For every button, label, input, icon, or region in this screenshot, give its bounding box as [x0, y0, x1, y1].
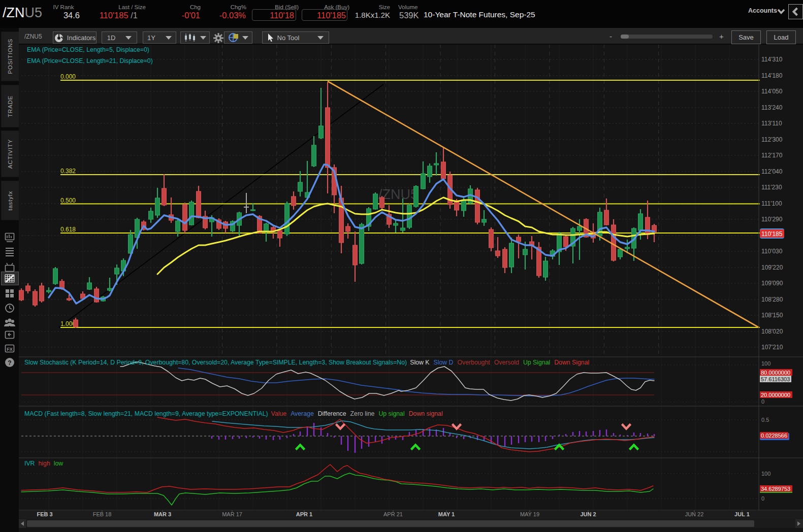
svg-text:34.6289753: 34.6289753	[761, 486, 790, 492]
svg-text:80.0000000: 80.0000000	[761, 370, 790, 376]
svg-text:IVRhighlow: IVRhighlow	[24, 460, 63, 467]
svg-text:109'090: 109'090	[761, 280, 783, 287]
svg-text:113'240: 113'240	[761, 104, 783, 111]
svg-text:114'180: 114'180	[761, 72, 783, 79]
svg-text:0: 0	[761, 398, 764, 405]
svg-text:0: 0	[761, 495, 764, 502]
svg-text:110'290: 110'290	[761, 216, 783, 223]
svg-text:114'050: 114'050	[761, 88, 783, 95]
svg-text:0.0228566: 0.0228566	[761, 433, 787, 439]
svg-text:EMA (Price=CLOSE, Length=21, D: EMA (Price=CLOSE, Length=21, Displace=0)	[27, 57, 153, 64]
svg-text:0.500: 0.500	[60, 197, 76, 204]
svg-text:?: ?	[8, 359, 11, 367]
svg-text:0.5: 0.5	[761, 417, 769, 423]
svg-text:114'310: 114'310	[761, 56, 783, 63]
svg-text:20.0000000: 20.0000000	[761, 392, 790, 398]
svg-text:110'030: 110'030	[761, 248, 783, 255]
svg-text:100: 100	[761, 360, 770, 367]
svg-text:108'020: 108'020	[761, 328, 783, 335]
svg-text:Slow Stochastic (K Period=14,: Slow Stochastic (K Period=14, D Period=9…	[24, 359, 589, 366]
svg-text:112'300: 112'300	[761, 136, 783, 143]
svg-text:0.382: 0.382	[60, 168, 76, 175]
svg-text:107'210: 107'210	[761, 344, 783, 351]
svg-text:108'280: 108'280	[761, 296, 783, 303]
svg-text:113'110: 113'110	[761, 120, 782, 127]
svg-text:109'220: 109'220	[761, 264, 783, 271]
svg-text:57.6116303: 57.6116303	[761, 376, 790, 382]
svg-text:MACD (Fast length=8, Slow leng: MACD (Fast length=8, Slow length=21, MAC…	[24, 410, 443, 417]
svg-text:0.000: 0.000	[60, 73, 76, 80]
svg-text:EMA (Price=CLOSE, Length=5, Di: EMA (Price=CLOSE, Length=5, Displace=0)	[27, 46, 149, 53]
svg-text:110'185: 110'185	[761, 230, 783, 238]
svg-text:111'230: 111'230	[761, 184, 782, 191]
svg-text:111'100: 111'100	[761, 200, 782, 207]
svg-text:0.618: 0.618	[60, 226, 76, 233]
svg-text:112'040: 112'040	[761, 168, 783, 175]
svg-text:108'150: 108'150	[761, 312, 783, 319]
svg-text:FX: FX	[7, 347, 13, 352]
svg-text:112'170: 112'170	[761, 152, 783, 159]
svg-text:100: 100	[761, 471, 770, 477]
